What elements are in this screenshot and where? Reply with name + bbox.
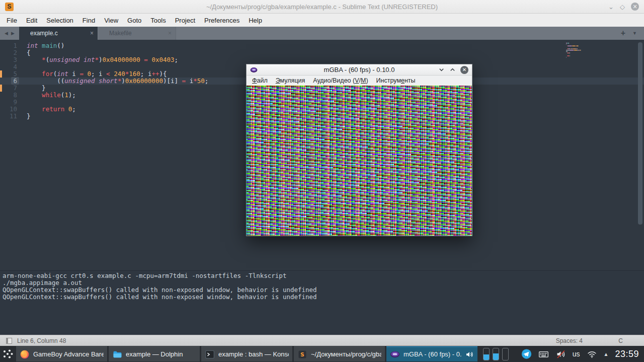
code-text: return 0; — [27, 106, 76, 113]
menu-help[interactable]: Help — [244, 15, 267, 26]
tab-overflow-icon[interactable]: ▼ — [632, 31, 637, 36]
close-icon[interactable]: ✕ — [460, 66, 468, 74]
taskbar: GameBoy Advance Bareb...example — Dolphi… — [0, 346, 644, 362]
line-number[interactable]: 7 — [0, 85, 17, 92]
firefox-icon — [20, 349, 30, 359]
clock[interactable]: 23:59 — [615, 349, 641, 359]
indent-setting[interactable]: Spaces: 4 — [556, 337, 583, 344]
close-icon[interactable]: ✕ — [631, 3, 639, 11]
menu-file[interactable]: File — [2, 15, 22, 26]
menu-project[interactable]: Project — [171, 15, 200, 26]
svg-text:S: S — [300, 351, 304, 358]
task-button-konsole[interactable]: example : bash — Konsole — [201, 346, 292, 361]
menu-selection[interactable]: Selection — [42, 15, 77, 26]
keyboard-icon[interactable] — [538, 349, 549, 359]
code-line[interactable]: 3 *(unsigned int*)0x04000000 = 0x0403; — [0, 56, 644, 63]
sublime-window-title: ~/Документы/prog/c/gba/example/example.c… — [0, 3, 644, 11]
tab-nav-back-icon[interactable]: ◀ — [5, 31, 8, 36]
line-number[interactable]: 11 — [0, 113, 17, 120]
tab-nav-forward-icon[interactable]: ▶ — [11, 31, 15, 36]
task-button-mgba[interactable]: mGBA - (60 fps) - 0.1... — [386, 346, 477, 361]
dolphin-icon — [112, 349, 122, 359]
telegram-icon[interactable] — [521, 349, 532, 359]
menu-goto[interactable]: Goto — [123, 15, 146, 26]
editor-scrollbar[interactable] — [638, 42, 642, 225]
task-button-dolphin[interactable]: example — Dolphin — [109, 346, 200, 361]
build-output-line: arm-none-eabi-gcc crt0.s example.c -mcpu… — [3, 272, 641, 279]
mgba-game-screen[interactable] — [247, 86, 472, 236]
task-button-firefox[interactable]: GameBoy Advance Bareb... — [16, 346, 107, 361]
line-number[interactable]: 5 — [0, 70, 17, 78]
menu-find[interactable]: Find — [78, 15, 100, 26]
code-text: ((unsigned short*)0x06000000)[i] = i*50; — [27, 78, 208, 85]
build-output-line: QOpenGLContext::swapBuffers() called wit… — [3, 286, 641, 294]
syntax-name[interactable]: C — [618, 337, 623, 344]
mgba-menu-file[interactable]: Файл — [248, 76, 272, 85]
desktop: S ~/Документы/prog/c/gba/example/example… — [0, 0, 644, 362]
tray-expand-icon[interactable]: ▲ — [604, 351, 609, 357]
keyboard-layout-indicator[interactable]: us — [573, 350, 580, 358]
mgba-menu-emulation[interactable]: Эмуляция — [272, 76, 309, 85]
cursor-position[interactable]: Line 6, Column 48 — [17, 337, 66, 344]
code-line[interactable]: 2{ — [0, 49, 644, 56]
line-number[interactable]: 1 — [0, 42, 17, 49]
meter-widget[interactable] — [502, 348, 509, 360]
meter-widget[interactable] — [493, 348, 499, 360]
line-number[interactable]: 3 — [0, 56, 17, 63]
app-launcher-icon[interactable] — [0, 346, 16, 362]
meter-fill — [484, 354, 489, 359]
sublime-tabbar: ◀ ▶ example.c×Makefile× + ▼ — [0, 27, 644, 40]
mgba-menu-tools[interactable]: Инструменты — [372, 76, 420, 85]
tab-close-icon[interactable]: × — [168, 30, 172, 37]
wifi-icon[interactable] — [587, 349, 597, 359]
new-tab-button[interactable]: + — [621, 29, 625, 38]
menu-view[interactable]: View — [100, 15, 123, 26]
line-number[interactable]: 8 — [0, 92, 17, 99]
audio-muted-icon[interactable] — [555, 349, 566, 359]
code-line[interactable]: 1int main() — [0, 42, 644, 49]
code-text: while(1); — [27, 92, 76, 99]
sublime-icon: S — [297, 349, 307, 359]
line-number[interactable]: 4 — [0, 63, 17, 70]
code-text: { — [27, 49, 31, 56]
build-output-line: QOpenGLContext::swapBuffers() called wit… — [3, 294, 641, 301]
line-number[interactable]: 10 — [0, 106, 17, 113]
line-number[interactable]: 9 — [0, 99, 17, 106]
mgba-window: mGBA - (60 fps) - 0.10.0 ✕ ФайлЭмуляцияА… — [246, 64, 472, 236]
minimize-icon[interactable] — [438, 66, 445, 73]
minimize-icon[interactable]: ⌄ — [608, 4, 614, 10]
task-label: mGBA - (60 fps) - 0.1... — [404, 350, 461, 358]
mgba-menu-audio-video[interactable]: Аудио/Видео (V/M) — [309, 76, 372, 85]
sidebar-toggle-icon[interactable] — [6, 338, 12, 344]
tab-makefile[interactable]: Makefile× — [98, 27, 176, 40]
task-label: ~/Документы/prog/c/gba... — [311, 350, 381, 358]
mgba-icon — [390, 349, 400, 359]
sublime-statusbar: Line 6, Column 48 Spaces: 4 C — [0, 335, 644, 346]
menu-edit[interactable]: Edit — [22, 15, 42, 26]
maximize-icon[interactable]: ◇ — [620, 4, 625, 10]
line-number[interactable]: 6 — [0, 78, 17, 85]
sublime-titlebar: S ~/Документы/prog/c/gba/example/example… — [0, 0, 644, 14]
code-text: for(int i = 0; i < 240*160; i++){ — [27, 70, 167, 78]
code-text: *(unsigned int*)0x04000000 = 0x0403; — [27, 56, 178, 63]
mgba-logo-icon — [250, 67, 258, 73]
meter-fill — [493, 353, 499, 360]
speaker-icon[interactable] — [465, 350, 474, 359]
maximize-icon[interactable] — [449, 66, 456, 73]
tab-close-icon[interactable]: × — [90, 30, 94, 37]
tab-label: example.c — [30, 30, 90, 37]
konsole-icon — [205, 349, 215, 359]
mgba-menubar: ФайлЭмуляцияАудио/Видео (V/M)Инструменты — [247, 76, 472, 86]
tab-example-c[interactable]: example.c× — [19, 27, 98, 40]
task-label: GameBoy Advance Bareb... — [33, 350, 104, 358]
line-number[interactable]: 2 — [0, 49, 17, 56]
menu-preferences[interactable]: Preferences — [200, 15, 244, 26]
sublime-menubar: FileEditSelectionFindViewGotoToolsProjec… — [0, 14, 644, 27]
tab-label: Makefile — [109, 30, 168, 37]
task-button-sublime[interactable]: S~/Документы/prog/c/gba... — [294, 346, 385, 361]
mgba-titlebar[interactable]: mGBA - (60 fps) - 0.10.0 ✕ — [247, 64, 472, 76]
menu-tools[interactable]: Tools — [146, 15, 170, 26]
sublime-logo-icon: S — [5, 3, 14, 11]
meter-widget[interactable] — [483, 348, 490, 360]
minimap[interactable] — [565, 42, 600, 59]
